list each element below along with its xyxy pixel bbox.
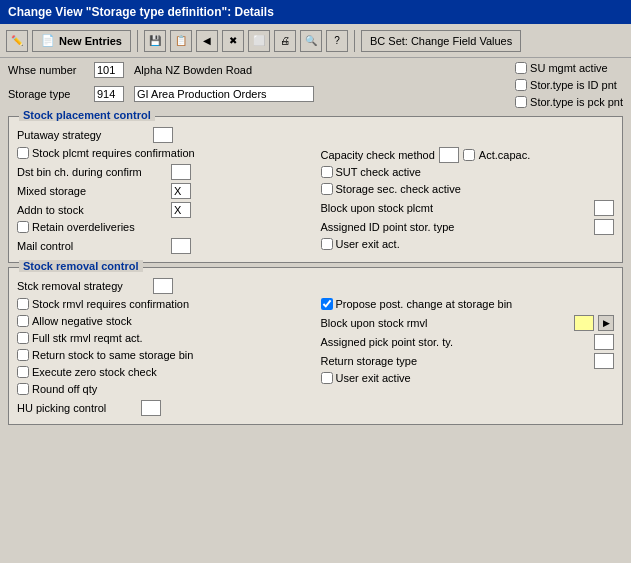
hu-picking-input[interactable] — [141, 400, 161, 416]
plcmt-confirm-row: Stock plcmt requires confirmation — [17, 147, 311, 159]
bc-set-label: BC Set: Change Field Values — [370, 35, 512, 47]
stor-pck-row: Stor.type is pck pnt — [515, 96, 623, 108]
copy-icon-btn[interactable]: 📋 — [170, 30, 192, 52]
rmvl-confirm-row: Stock rmvl requires confirmation — [17, 298, 311, 310]
mail-input[interactable] — [171, 238, 191, 254]
assigned-pick-label: Assigned pick point stor. ty. — [321, 336, 453, 348]
whse-label: Whse number — [8, 64, 88, 76]
user-exit-active-row: User exit active — [321, 372, 615, 384]
storage-type-label: Storage type — [8, 88, 88, 100]
storage-sec-row: Storage sec. check active — [321, 183, 615, 195]
full-stk-label: Full stk rmvl reqmt act. — [32, 332, 143, 344]
stock-removal-content: Stck removal strategy Stock rmvl require… — [17, 278, 614, 416]
return-same-checkbox[interactable] — [17, 349, 29, 361]
stock-removal-title: Stock removal control — [19, 260, 143, 272]
header-left: Whse number Alpha NZ Bowden Road Storage… — [8, 62, 314, 106]
user-exit-active-label: User exit active — [336, 372, 411, 384]
block-rmvl-row: Block upon stock rmvl ▶ — [321, 315, 615, 331]
user-exit-row: User exit act. — [321, 238, 615, 250]
putaway-input[interactable] — [153, 127, 173, 143]
new-entries-button[interactable]: 📄 New Entries — [32, 30, 131, 52]
user-exit-active-checkbox[interactable] — [321, 372, 333, 384]
stor-pck-label: Stor.type is pck pnt — [530, 96, 623, 108]
back-icon-btn[interactable]: ◀ — [196, 30, 218, 52]
block-rmvl-arrow-btn[interactable]: ▶ — [598, 315, 614, 331]
edit-icon-btn[interactable]: ✏️ — [6, 30, 28, 52]
hu-picking-label: HU picking control — [17, 402, 137, 414]
storage-type-input[interactable] — [94, 86, 124, 102]
toolbar-divider-2 — [354, 30, 355, 52]
plcmt-confirm-checkbox[interactable] — [17, 147, 29, 159]
retain-label: Retain overdeliveries — [32, 221, 135, 233]
storage-sec-checkbox[interactable] — [321, 183, 333, 195]
assigned-id-row: Assigned ID point stor. type — [321, 219, 615, 235]
user-exit-checkbox[interactable] — [321, 238, 333, 250]
dst-bin-label: Dst bin ch. during confirm — [17, 166, 167, 178]
bc-set-button[interactable]: BC Set: Change Field Values — [361, 30, 521, 52]
retain-checkbox[interactable] — [17, 221, 29, 233]
act-capac-checkbox[interactable] — [463, 149, 475, 161]
su-mgmt-checkbox[interactable] — [515, 62, 527, 74]
stor-id-checkbox[interactable] — [515, 79, 527, 91]
return-storage-row: Return storage type — [321, 353, 615, 369]
round-off-label: Round off qty — [32, 383, 97, 395]
sut-checkbox[interactable] — [321, 166, 333, 178]
round-off-row: Round off qty — [17, 383, 311, 395]
print-icon-btn[interactable]: 🖨 — [274, 30, 296, 52]
stor-id-row: Stor.type is ID pnt — [515, 79, 623, 91]
retain-row: Retain overdeliveries — [17, 221, 311, 233]
new-entries-label: New Entries — [59, 35, 122, 47]
addn-label: Addn to stock — [17, 204, 167, 216]
mail-label: Mail control — [17, 240, 167, 252]
execute-zero-label: Execute zero stock check — [32, 366, 157, 378]
allow-neg-row: Allow negative stock — [17, 315, 311, 327]
assigned-pick-input[interactable] — [594, 334, 614, 350]
stor-pck-checkbox[interactable] — [515, 96, 527, 108]
allow-neg-checkbox[interactable] — [17, 315, 29, 327]
execute-zero-checkbox[interactable] — [17, 366, 29, 378]
block-plcmt-row: Block upon stock plcmt — [321, 200, 615, 216]
title-text: Change View "Storage type definition": D… — [8, 5, 274, 19]
addn-input[interactable] — [171, 202, 191, 218]
sut-label: SUT check active — [336, 166, 421, 178]
assigned-id-label: Assigned ID point stor. type — [321, 221, 455, 233]
plcmt-confirm-label: Stock plcmt requires confirmation — [32, 147, 195, 159]
toolbar-divider-1 — [137, 30, 138, 52]
whse-number-input[interactable] — [94, 62, 124, 78]
assigned-id-input[interactable] — [594, 219, 614, 235]
storage-type-row: Storage type — [8, 86, 314, 102]
mixed-input[interactable] — [171, 183, 191, 199]
save-icon-btn[interactable]: 💾 — [144, 30, 166, 52]
addn-stock-row: Addn to stock — [17, 202, 311, 218]
propose-row: Propose post. change at storage bin — [321, 298, 615, 310]
capacity-label: Capacity check method — [321, 149, 435, 161]
block-rmvl-input[interactable] — [574, 315, 594, 331]
full-stk-checkbox[interactable] — [17, 332, 29, 344]
round-off-checkbox[interactable] — [17, 383, 29, 395]
su-mgmt-label: SU mgmt active — [530, 62, 608, 74]
strategy-label: Stck removal strategy — [17, 280, 147, 292]
find-icon-btn[interactable]: 🔍 — [300, 30, 322, 52]
rmvl-confirm-label: Stock rmvl requires confirmation — [32, 298, 189, 310]
act-capac-label: Act.capac. — [479, 149, 530, 161]
storage-sec-label: Storage sec. check active — [336, 183, 461, 195]
stock-removal-section: Stock removal control Stck removal strat… — [8, 267, 623, 425]
return-storage-input[interactable] — [594, 353, 614, 369]
cancel-icon-btn[interactable]: ⬜ — [248, 30, 270, 52]
block-plcmt-input[interactable] — [594, 200, 614, 216]
propose-label: Propose post. change at storage bin — [336, 298, 513, 310]
full-stk-row: Full stk rmvl reqmt act. — [17, 332, 311, 344]
exit-icon-btn[interactable]: ✖ — [222, 30, 244, 52]
dst-bin-input[interactable] — [171, 164, 191, 180]
capacity-input[interactable] — [439, 147, 459, 163]
storage-name-input[interactable] — [134, 86, 314, 102]
propose-checkbox[interactable] — [321, 298, 333, 310]
strategy-input[interactable] — [153, 278, 173, 294]
su-mgmt-row: SU mgmt active — [515, 62, 623, 74]
allow-neg-label: Allow negative stock — [32, 315, 132, 327]
return-same-row: Return stock to same storage bin — [17, 349, 311, 361]
return-storage-label: Return storage type — [321, 355, 418, 367]
help-icon-btn[interactable]: ? — [326, 30, 348, 52]
title-bar: Change View "Storage type definition": D… — [0, 0, 631, 24]
rmvl-confirm-checkbox[interactable] — [17, 298, 29, 310]
